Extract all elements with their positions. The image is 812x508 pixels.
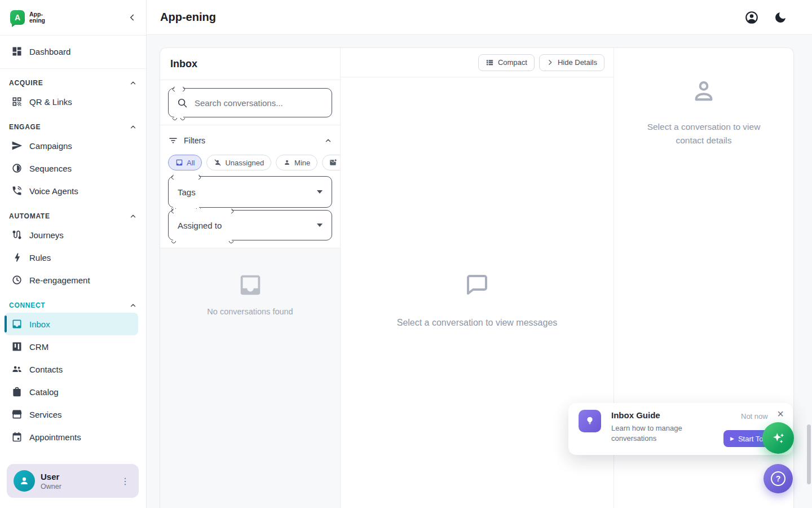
bolt-icon [11,252,23,263]
section-header-automate: AUTOMATE [9,212,137,220]
sparkles-icon [770,430,786,446]
sidebar-item-label: Voice Agents [29,186,78,196]
sidebar-nav: Dashboard ACQUIRE QR & Links ENGAGE Camp… [0,36,146,508]
filters-collapse-button[interactable] [324,137,332,144]
filter-chip-unassigned[interactable]: Unassigned [206,155,271,170]
calendar-icon [11,431,23,443]
no-conversations-text: No conversations found [207,307,293,316]
sidebar-item-label: Appointments [29,432,81,442]
section-label: CONNECT [9,301,45,309]
guide-toast-description: Learn how to manage conversations [611,423,707,444]
sidebar: A App- ening Dashboard ACQUIRE QR & Link… [0,0,147,508]
sidebar-item-sequences[interactable]: Sequences [5,157,138,179]
sidebar-item-rules[interactable]: Rules [5,246,138,269]
filter-icon [168,135,178,146]
filter-chip-unread[interactable]: Unread [322,155,340,170]
dark-mode-toggle[interactable] [774,11,787,24]
sidebar-item-contacts[interactable]: Contacts [5,358,138,380]
app-logo-text: App- ening [29,11,45,24]
filter-chips-row: All Unassigned Mine Unread [168,155,340,170]
route-icon [11,229,23,240]
user-card[interactable]: User Owner ⋮ [7,464,139,498]
page-title: App-ening [160,11,216,24]
chevron-up-icon[interactable] [129,123,137,131]
sidebar-item-appointments[interactable]: Appointments [5,426,138,448]
sidebar-item-label: Journeys [29,230,64,240]
filter-chip-all[interactable]: All [168,155,202,170]
chevron-left-icon [127,12,137,23]
filters-section: Filters All Unassigned Mine U [160,125,340,248]
sidebar-item-qr-links[interactable]: QR & Links [5,90,138,113]
sidebar-collapse-button[interactable] [127,12,137,23]
sidebar-item-crm[interactable]: CRM [5,335,138,358]
phone-talk-icon [11,185,23,196]
sidebar-item-inbox[interactable]: Inbox [5,313,138,335]
shopping-bag-icon [11,386,23,397]
person-off-icon [214,159,222,167]
app-logo-icon: A [10,10,25,25]
sidebar-item-campaigns[interactable]: Campaigns [5,134,138,157]
chevron-up-icon[interactable] [129,301,137,309]
sidebar-item-dashboard[interactable]: Dashboard [5,40,138,63]
not-now-button[interactable]: Not now [741,412,768,421]
conversation-list-empty-state: No conversations found [160,248,340,508]
person-icon [18,475,30,487]
sidebar-item-label: Re-engagement [29,275,90,285]
ai-assistant-fab[interactable] [762,422,794,454]
sidebar-item-label: Rules [29,253,51,262]
account-button[interactable] [744,10,759,25]
dashboard-icon [11,46,23,57]
compact-button[interactable]: Compact [478,54,535,71]
user-name: User [41,472,61,481]
send-icon [11,140,23,151]
assigned-to-select[interactable]: Assigned to [168,210,332,240]
sidebar-logo-row: A App- ening [0,0,146,36]
view-list-icon [486,58,494,67]
mail-unread-icon [329,159,337,167]
select-contact-text: Select a conversation to view contact de… [633,120,774,147]
hide-details-button-label: Hide Details [558,58,597,67]
sidebar-item-label: Services [29,410,62,419]
sequence-icon [11,163,23,174]
inbox-icon [11,318,23,330]
sidebar-item-services[interactable]: Services [5,403,138,426]
filter-chip-mine[interactable]: Mine [276,155,317,170]
sidebar-item-re-engagement[interactable]: Re-engagement [5,269,138,291]
sidebar-item-label: Inbox [29,319,50,329]
section-label: ENGAGE [9,123,41,131]
qr-code-icon [11,96,23,107]
section-header-connect: CONNECT [9,301,137,309]
sidebar-item-catalog[interactable]: Catalog [5,380,138,403]
sidebar-item-journeys[interactable]: Journeys [5,224,138,246]
chevron-right-icon [546,59,554,66]
person-outline-icon [691,78,717,104]
section-header-acquire: ACQUIRE [9,79,137,87]
chevron-up-icon[interactable] [129,79,137,87]
moon-icon [774,11,787,24]
chevron-up-icon[interactable] [129,212,137,220]
help-fab[interactable]: ? [764,464,793,493]
storefront-icon [11,409,23,420]
user-menu-button[interactable]: ⋮ [117,474,133,489]
chip-label: Unassigned [225,159,264,167]
sidebar-item-label: Sequences [29,164,72,173]
sidebar-item-label: Contacts [29,365,63,374]
top-bar: App-ening [147,0,812,35]
close-icon[interactable]: × [775,405,786,423]
tags-select[interactable]: Tags [168,176,332,208]
search-input[interactable] [195,98,324,108]
inbox-panel-title: Inbox [170,58,197,70]
search-field[interactable] [168,88,332,117]
inbox-icon [175,159,183,167]
hide-details-button[interactable]: Hide Details [539,54,604,71]
compact-button-label: Compact [498,58,527,67]
lightbulb-icon [584,415,596,427]
window-scrollbar[interactable] [807,424,811,484]
account-circle-icon [744,10,759,25]
person-icon [283,159,291,167]
user-role: Owner [41,483,61,491]
sidebar-item-voice-agents[interactable]: Voice Agents [5,179,138,202]
section-label: AUTOMATE [9,212,50,220]
help-icon: ? [771,471,785,486]
guide-icon-badge [579,410,601,432]
